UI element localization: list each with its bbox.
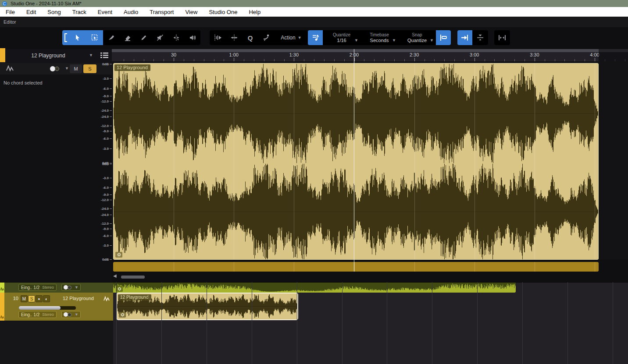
- waveform-icon[interactable]: [6, 65, 14, 71]
- editor-tab[interactable]: Editor: [4, 19, 16, 25]
- editor-color-tab[interactable]: [0, 48, 5, 62]
- clip-gridline: [234, 64, 234, 259]
- scroll-left-arrow-icon[interactable]: ◀: [113, 273, 117, 278]
- action-dropdown[interactable]: Action ▼: [275, 30, 308, 45]
- clip-gridline: [595, 64, 595, 259]
- bend-marker-button[interactable]: [258, 30, 275, 45]
- editor-event-title[interactable]: 12 Playground: [9, 53, 88, 59]
- timebase-dropdown[interactable]: Timebase Seconds ▼: [360, 30, 398, 45]
- timestretch-icon-button[interactable]: [226, 30, 242, 45]
- ruler-tick: [364, 59, 364, 61]
- zoom-fit-button[interactable]: [494, 30, 510, 45]
- gear-icon[interactable]: [116, 286, 123, 292]
- db-tick: [110, 187, 112, 188]
- track-solo-button[interactable]: S: [28, 295, 35, 302]
- range-bracket-icon[interactable]: [62, 30, 69, 45]
- db-tick: [110, 117, 112, 117]
- gear-icon[interactable]: [115, 252, 122, 258]
- tool-group-edit: [62, 30, 200, 45]
- db-label: -12.0: [101, 222, 109, 226]
- song-overview-bar[interactable]: [113, 262, 599, 272]
- autoscroll-button[interactable]: [457, 30, 472, 45]
- quantize-note-button[interactable]: [308, 30, 323, 45]
- menu-audio[interactable]: Audio: [118, 9, 144, 15]
- chevron-down-icon: ▼: [430, 38, 434, 42]
- bend-tool-button[interactable]: [168, 30, 184, 45]
- menu-edit[interactable]: Edit: [21, 9, 42, 15]
- menu-help[interactable]: Help: [243, 9, 266, 15]
- menu-view[interactable]: View: [179, 9, 203, 15]
- clip-gridline: [414, 64, 415, 259]
- ruler-tick: [124, 59, 124, 61]
- editor-playhead[interactable]: [354, 49, 354, 272]
- db-tick: [110, 209, 112, 209]
- arrangement-gridline: [116, 282, 117, 364]
- db-label: -6.0: [103, 233, 109, 237]
- menu-event[interactable]: Event: [92, 9, 118, 15]
- track-name[interactable]: 12 Playground: [63, 296, 94, 301]
- track1-mode-label: Stereo: [42, 285, 54, 290]
- channel-toggle[interactable]: [50, 66, 61, 71]
- snap-label: Snap: [412, 32, 422, 38]
- quantize-tool-button[interactable]: Q: [242, 30, 258, 45]
- title-bar[interactable]: Studio One - 2024-11-10 Six AM*: [0, 0, 628, 7]
- db-tick: [110, 200, 112, 200]
- eraser-tool-button[interactable]: [119, 30, 136, 45]
- ruler-tick: [194, 59, 194, 61]
- paint-tool-button[interactable]: [136, 30, 152, 45]
- clip-name-tag[interactable]: 12 Playground: [114, 64, 150, 71]
- clip-gridline: [475, 64, 475, 259]
- arrow-tool-button[interactable]: [69, 30, 86, 45]
- input-waveform-canvas[interactable]: [113, 283, 516, 293]
- menu-song[interactable]: Song: [42, 9, 66, 15]
- track-record-button[interactable]: ●: [36, 295, 43, 302]
- snap-toggle-button[interactable]: [436, 30, 451, 45]
- clip-gridline: [174, 64, 174, 259]
- editor-audio-clip[interactable]: 12 Playground: [113, 63, 599, 260]
- editor-list-icon[interactable]: [100, 52, 109, 59]
- editor-solo-button[interactable]: S: [83, 64, 96, 73]
- track10-channel-toggle[interactable]: ▼: [61, 311, 81, 318]
- overview-gridline: [294, 262, 294, 272]
- clip-gridline: [535, 64, 535, 259]
- menu-studio-one[interactable]: Studio One: [203, 9, 243, 15]
- db-label: -6.0: [103, 136, 109, 140]
- chevron-down-icon[interactable]: ▼: [89, 53, 93, 57]
- track-header-input[interactable]: [0, 283, 113, 293]
- track1-channel-toggle[interactable]: ▼: [61, 284, 81, 291]
- clip-name-tag[interactable]: 12 Playground: [118, 294, 151, 300]
- quantize-dropdown[interactable]: Quantize 1/16 ▼: [323, 30, 360, 45]
- input-track-clip[interactable]: [113, 283, 516, 293]
- mute-tool-button[interactable]: [152, 30, 168, 45]
- menu-track[interactable]: Track: [67, 9, 92, 15]
- arrangement-audio-clip[interactable]: 12 Playground: [116, 293, 298, 320]
- timebase-value: Seconds: [370, 38, 389, 43]
- arrangement-gridline: [432, 282, 432, 364]
- range-select-tool-button[interactable]: [86, 30, 103, 45]
- snap-dropdown[interactable]: Snap Quantize ▼: [398, 30, 436, 45]
- menu-transport[interactable]: Transport: [144, 9, 179, 15]
- ruler-zoom-strip[interactable]: [112, 49, 628, 52]
- track-monitor-button[interactable]: ◐: [43, 295, 50, 302]
- gear-icon[interactable]: [119, 312, 126, 318]
- ruler-tick: [394, 59, 395, 61]
- horizontal-scrollbar[interactable]: [121, 276, 145, 279]
- ruler-tick: [585, 59, 585, 61]
- timeline-ruler[interactable]: 301:001:302:002:303:003:304:00: [112, 52, 628, 61]
- menu-file[interactable]: File: [0, 9, 21, 15]
- studio-one-window: Studio One - 2024-11-10 Six AM* FileEdit…: [0, 0, 628, 364]
- track10-io-selector[interactable]: Eing.. 1/2 Stereo: [18, 311, 57, 318]
- chevron-down-icon[interactable]: ▼: [65, 66, 69, 71]
- editor-mute-button[interactable]: M: [70, 64, 82, 73]
- track1-io-selector[interactable]: Eing.. 1/2 Stereo: [18, 284, 57, 291]
- track-mute-button[interactable]: M: [21, 295, 28, 302]
- transients-icon-button[interactable]: [210, 30, 226, 45]
- editor-waveform-canvas[interactable]: [114, 64, 598, 259]
- track-volume-slider[interactable]: [19, 306, 76, 310]
- db-tick: [110, 131, 112, 131]
- track-height-button[interactable]: [472, 30, 488, 45]
- db-scale-ruler: 0dB0dB-3.0-3.0-6.0-6.0-9.0-9.0-12.0-12.0…: [99, 63, 112, 263]
- split-tool-button[interactable]: [103, 30, 119, 45]
- listen-tool-button[interactable]: [184, 30, 200, 45]
- db-tick: [110, 148, 112, 149]
